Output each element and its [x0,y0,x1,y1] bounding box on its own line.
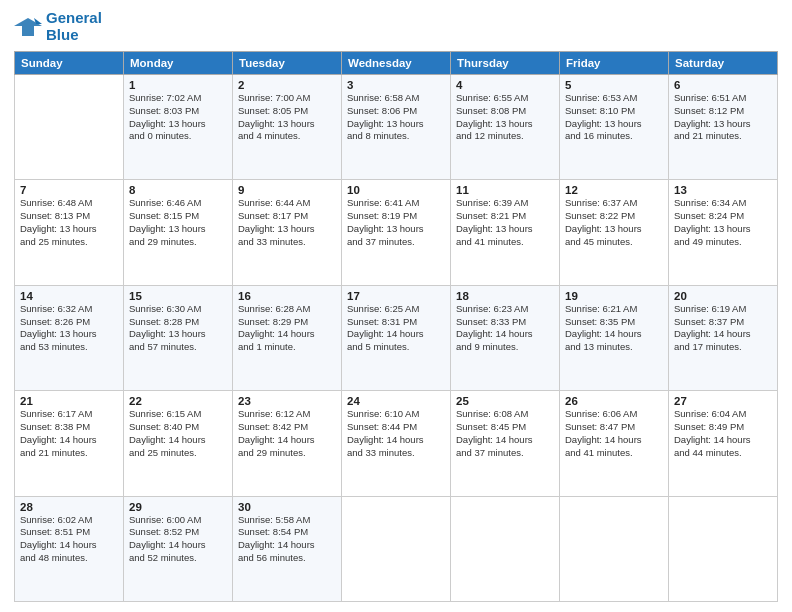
day-number: 16 [238,290,336,302]
day-number: 30 [238,501,336,513]
calendar-cell: 24Sunrise: 6:10 AM Sunset: 8:44 PM Dayli… [342,391,451,496]
day-info: Sunrise: 6:46 AM Sunset: 8:15 PM Dayligh… [129,197,227,248]
day-info: Sunrise: 6:37 AM Sunset: 8:22 PM Dayligh… [565,197,663,248]
weekday-tuesday: Tuesday [233,52,342,75]
day-info: Sunrise: 6:04 AM Sunset: 8:49 PM Dayligh… [674,408,772,459]
header: General Blue [14,10,778,43]
logo: General Blue [14,10,102,43]
day-number: 24 [347,395,445,407]
calendar-cell: 23Sunrise: 6:12 AM Sunset: 8:42 PM Dayli… [233,391,342,496]
day-number: 11 [456,184,554,196]
day-number: 19 [565,290,663,302]
day-number: 1 [129,79,227,91]
day-info: Sunrise: 6:55 AM Sunset: 8:08 PM Dayligh… [456,92,554,143]
day-info: Sunrise: 7:00 AM Sunset: 8:05 PM Dayligh… [238,92,336,143]
weekday-thursday: Thursday [451,52,560,75]
calendar-cell: 2Sunrise: 7:00 AM Sunset: 8:05 PM Daylig… [233,75,342,180]
calendar-cell: 20Sunrise: 6:19 AM Sunset: 8:37 PM Dayli… [669,285,778,390]
day-number: 26 [565,395,663,407]
day-info: Sunrise: 6:48 AM Sunset: 8:13 PM Dayligh… [20,197,118,248]
day-info: Sunrise: 6:06 AM Sunset: 8:47 PM Dayligh… [565,408,663,459]
day-number: 27 [674,395,772,407]
weekday-header-row: SundayMondayTuesdayWednesdayThursdayFrid… [15,52,778,75]
day-info: Sunrise: 6:19 AM Sunset: 8:37 PM Dayligh… [674,303,772,354]
day-info: Sunrise: 6:32 AM Sunset: 8:26 PM Dayligh… [20,303,118,354]
calendar-cell: 3Sunrise: 6:58 AM Sunset: 8:06 PM Daylig… [342,75,451,180]
logo-icon [14,16,42,38]
day-info: Sunrise: 6:30 AM Sunset: 8:28 PM Dayligh… [129,303,227,354]
calendar-table: SundayMondayTuesdayWednesdayThursdayFrid… [14,51,778,602]
calendar-cell: 15Sunrise: 6:30 AM Sunset: 8:28 PM Dayli… [124,285,233,390]
calendar-week-3: 14Sunrise: 6:32 AM Sunset: 8:26 PM Dayli… [15,285,778,390]
day-info: Sunrise: 7:02 AM Sunset: 8:03 PM Dayligh… [129,92,227,143]
day-number: 2 [238,79,336,91]
calendar-cell: 21Sunrise: 6:17 AM Sunset: 8:38 PM Dayli… [15,391,124,496]
calendar-cell: 1Sunrise: 7:02 AM Sunset: 8:03 PM Daylig… [124,75,233,180]
day-info: Sunrise: 6:28 AM Sunset: 8:29 PM Dayligh… [238,303,336,354]
day-number: 6 [674,79,772,91]
page: General Blue SundayMondayTuesdayWednesda… [0,0,792,612]
day-number: 23 [238,395,336,407]
weekday-friday: Friday [560,52,669,75]
calendar-cell: 6Sunrise: 6:51 AM Sunset: 8:12 PM Daylig… [669,75,778,180]
svg-marker-0 [14,18,42,36]
day-number: 18 [456,290,554,302]
day-info: Sunrise: 6:58 AM Sunset: 8:06 PM Dayligh… [347,92,445,143]
day-number: 7 [20,184,118,196]
calendar-cell: 10Sunrise: 6:41 AM Sunset: 8:19 PM Dayli… [342,180,451,285]
day-info: Sunrise: 6:41 AM Sunset: 8:19 PM Dayligh… [347,197,445,248]
day-number: 5 [565,79,663,91]
day-number: 13 [674,184,772,196]
day-number: 15 [129,290,227,302]
day-number: 22 [129,395,227,407]
calendar-cell: 27Sunrise: 6:04 AM Sunset: 8:49 PM Dayli… [669,391,778,496]
day-number: 20 [674,290,772,302]
day-number: 28 [20,501,118,513]
calendar-cell: 18Sunrise: 6:23 AM Sunset: 8:33 PM Dayli… [451,285,560,390]
day-info: Sunrise: 6:17 AM Sunset: 8:38 PM Dayligh… [20,408,118,459]
calendar-cell [560,496,669,601]
day-info: Sunrise: 6:23 AM Sunset: 8:33 PM Dayligh… [456,303,554,354]
calendar-cell: 7Sunrise: 6:48 AM Sunset: 8:13 PM Daylig… [15,180,124,285]
calendar-cell [342,496,451,601]
calendar-cell [451,496,560,601]
calendar-cell: 17Sunrise: 6:25 AM Sunset: 8:31 PM Dayli… [342,285,451,390]
calendar-cell: 30Sunrise: 5:58 AM Sunset: 8:54 PM Dayli… [233,496,342,601]
weekday-wednesday: Wednesday [342,52,451,75]
day-info: Sunrise: 6:34 AM Sunset: 8:24 PM Dayligh… [674,197,772,248]
day-number: 29 [129,501,227,513]
day-number: 3 [347,79,445,91]
day-info: Sunrise: 6:21 AM Sunset: 8:35 PM Dayligh… [565,303,663,354]
calendar-cell: 19Sunrise: 6:21 AM Sunset: 8:35 PM Dayli… [560,285,669,390]
calendar-cell: 22Sunrise: 6:15 AM Sunset: 8:40 PM Dayli… [124,391,233,496]
day-info: Sunrise: 6:15 AM Sunset: 8:40 PM Dayligh… [129,408,227,459]
weekday-saturday: Saturday [669,52,778,75]
day-info: Sunrise: 6:10 AM Sunset: 8:44 PM Dayligh… [347,408,445,459]
calendar-week-2: 7Sunrise: 6:48 AM Sunset: 8:13 PM Daylig… [15,180,778,285]
logo-text: General Blue [46,10,102,43]
calendar-week-4: 21Sunrise: 6:17 AM Sunset: 8:38 PM Dayli… [15,391,778,496]
day-info: Sunrise: 6:51 AM Sunset: 8:12 PM Dayligh… [674,92,772,143]
day-number: 9 [238,184,336,196]
weekday-sunday: Sunday [15,52,124,75]
day-number: 21 [20,395,118,407]
day-number: 17 [347,290,445,302]
day-number: 14 [20,290,118,302]
weekday-monday: Monday [124,52,233,75]
day-number: 4 [456,79,554,91]
calendar-week-5: 28Sunrise: 6:02 AM Sunset: 8:51 PM Dayli… [15,496,778,601]
calendar-cell: 26Sunrise: 6:06 AM Sunset: 8:47 PM Dayli… [560,391,669,496]
calendar-cell: 9Sunrise: 6:44 AM Sunset: 8:17 PM Daylig… [233,180,342,285]
calendar-cell [669,496,778,601]
day-number: 25 [456,395,554,407]
calendar-cell: 8Sunrise: 6:46 AM Sunset: 8:15 PM Daylig… [124,180,233,285]
day-info: Sunrise: 6:25 AM Sunset: 8:31 PM Dayligh… [347,303,445,354]
day-info: Sunrise: 5:58 AM Sunset: 8:54 PM Dayligh… [238,514,336,565]
day-number: 10 [347,184,445,196]
calendar-week-1: 1Sunrise: 7:02 AM Sunset: 8:03 PM Daylig… [15,75,778,180]
calendar-cell [15,75,124,180]
calendar-cell: 25Sunrise: 6:08 AM Sunset: 8:45 PM Dayli… [451,391,560,496]
calendar-cell: 16Sunrise: 6:28 AM Sunset: 8:29 PM Dayli… [233,285,342,390]
calendar-cell: 12Sunrise: 6:37 AM Sunset: 8:22 PM Dayli… [560,180,669,285]
day-info: Sunrise: 6:08 AM Sunset: 8:45 PM Dayligh… [456,408,554,459]
